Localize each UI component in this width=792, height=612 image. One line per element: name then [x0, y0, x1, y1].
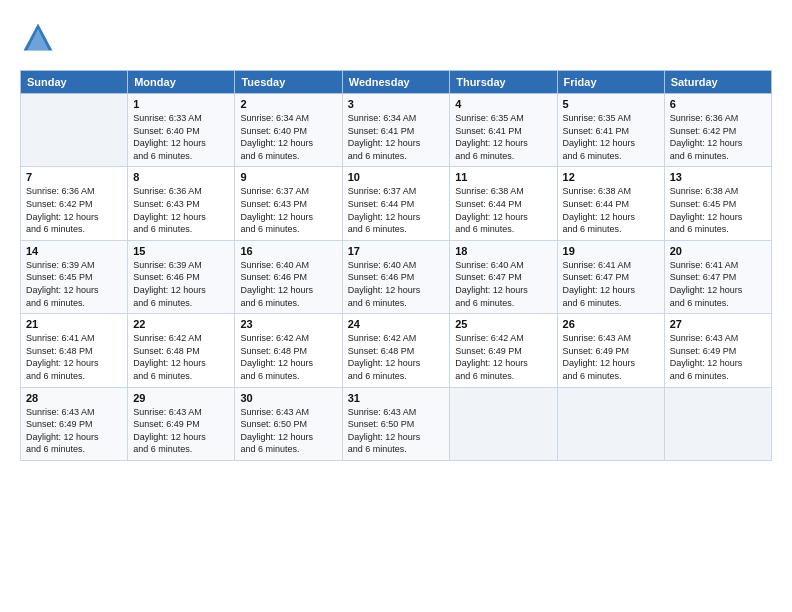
calendar-cell: 9Sunrise: 6:37 AM Sunset: 6:43 PM Daylig…: [235, 167, 342, 240]
calendar-cell: 16Sunrise: 6:40 AM Sunset: 6:46 PM Dayli…: [235, 240, 342, 313]
day-number: 17: [348, 245, 445, 257]
day-info: Sunrise: 6:43 AM Sunset: 6:49 PM Dayligh…: [670, 332, 766, 382]
day-info: Sunrise: 6:42 AM Sunset: 6:48 PM Dayligh…: [133, 332, 229, 382]
day-number: 14: [26, 245, 122, 257]
day-number: 21: [26, 318, 122, 330]
calendar-cell: 23Sunrise: 6:42 AM Sunset: 6:48 PM Dayli…: [235, 314, 342, 387]
day-info: Sunrise: 6:37 AM Sunset: 6:43 PM Dayligh…: [240, 185, 336, 235]
day-info: Sunrise: 6:35 AM Sunset: 6:41 PM Dayligh…: [455, 112, 551, 162]
calendar-week-row: 28Sunrise: 6:43 AM Sunset: 6:49 PM Dayli…: [21, 387, 772, 460]
calendar-cell: [664, 387, 771, 460]
calendar-header-row: SundayMondayTuesdayWednesdayThursdayFrid…: [21, 71, 772, 94]
day-number: 11: [455, 171, 551, 183]
day-number: 26: [563, 318, 659, 330]
day-info: Sunrise: 6:33 AM Sunset: 6:40 PM Dayligh…: [133, 112, 229, 162]
calendar-week-row: 1Sunrise: 6:33 AM Sunset: 6:40 PM Daylig…: [21, 94, 772, 167]
day-number: 7: [26, 171, 122, 183]
calendar-cell: 5Sunrise: 6:35 AM Sunset: 6:41 PM Daylig…: [557, 94, 664, 167]
calendar-cell: 7Sunrise: 6:36 AM Sunset: 6:42 PM Daylig…: [21, 167, 128, 240]
calendar-cell: 20Sunrise: 6:41 AM Sunset: 6:47 PM Dayli…: [664, 240, 771, 313]
day-number: 5: [563, 98, 659, 110]
day-info: Sunrise: 6:41 AM Sunset: 6:48 PM Dayligh…: [26, 332, 122, 382]
calendar-cell: 19Sunrise: 6:41 AM Sunset: 6:47 PM Dayli…: [557, 240, 664, 313]
calendar-cell: 11Sunrise: 6:38 AM Sunset: 6:44 PM Dayli…: [450, 167, 557, 240]
day-number: 22: [133, 318, 229, 330]
column-header-friday: Friday: [557, 71, 664, 94]
day-number: 24: [348, 318, 445, 330]
calendar-cell: 30Sunrise: 6:43 AM Sunset: 6:50 PM Dayli…: [235, 387, 342, 460]
header: [20, 20, 772, 56]
day-info: Sunrise: 6:40 AM Sunset: 6:46 PM Dayligh…: [240, 259, 336, 309]
column-header-sunday: Sunday: [21, 71, 128, 94]
calendar-cell: 1Sunrise: 6:33 AM Sunset: 6:40 PM Daylig…: [128, 94, 235, 167]
day-number: 8: [133, 171, 229, 183]
day-info: Sunrise: 6:38 AM Sunset: 6:45 PM Dayligh…: [670, 185, 766, 235]
day-number: 30: [240, 392, 336, 404]
day-number: 16: [240, 245, 336, 257]
day-info: Sunrise: 6:34 AM Sunset: 6:41 PM Dayligh…: [348, 112, 445, 162]
day-info: Sunrise: 6:37 AM Sunset: 6:44 PM Dayligh…: [348, 185, 445, 235]
calendar-cell: 25Sunrise: 6:42 AM Sunset: 6:49 PM Dayli…: [450, 314, 557, 387]
day-number: 25: [455, 318, 551, 330]
calendar-cell: 10Sunrise: 6:37 AM Sunset: 6:44 PM Dayli…: [342, 167, 450, 240]
day-info: Sunrise: 6:39 AM Sunset: 6:46 PM Dayligh…: [133, 259, 229, 309]
day-info: Sunrise: 6:38 AM Sunset: 6:44 PM Dayligh…: [563, 185, 659, 235]
day-number: 23: [240, 318, 336, 330]
day-info: Sunrise: 6:41 AM Sunset: 6:47 PM Dayligh…: [670, 259, 766, 309]
day-number: 13: [670, 171, 766, 183]
day-info: Sunrise: 6:41 AM Sunset: 6:47 PM Dayligh…: [563, 259, 659, 309]
day-info: Sunrise: 6:38 AM Sunset: 6:44 PM Dayligh…: [455, 185, 551, 235]
day-info: Sunrise: 6:43 AM Sunset: 6:50 PM Dayligh…: [348, 406, 445, 456]
logo: [20, 20, 60, 56]
calendar-cell: [557, 387, 664, 460]
day-number: 31: [348, 392, 445, 404]
day-number: 2: [240, 98, 336, 110]
day-info: Sunrise: 6:42 AM Sunset: 6:49 PM Dayligh…: [455, 332, 551, 382]
calendar-cell: 15Sunrise: 6:39 AM Sunset: 6:46 PM Dayli…: [128, 240, 235, 313]
calendar-cell: 26Sunrise: 6:43 AM Sunset: 6:49 PM Dayli…: [557, 314, 664, 387]
calendar-body: 1Sunrise: 6:33 AM Sunset: 6:40 PM Daylig…: [21, 94, 772, 461]
calendar-table: SundayMondayTuesdayWednesdayThursdayFrid…: [20, 70, 772, 461]
calendar-cell: 2Sunrise: 6:34 AM Sunset: 6:40 PM Daylig…: [235, 94, 342, 167]
day-info: Sunrise: 6:43 AM Sunset: 6:49 PM Dayligh…: [26, 406, 122, 456]
calendar-cell: 8Sunrise: 6:36 AM Sunset: 6:43 PM Daylig…: [128, 167, 235, 240]
day-info: Sunrise: 6:36 AM Sunset: 6:42 PM Dayligh…: [26, 185, 122, 235]
day-number: 28: [26, 392, 122, 404]
day-number: 10: [348, 171, 445, 183]
calendar-cell: 22Sunrise: 6:42 AM Sunset: 6:48 PM Dayli…: [128, 314, 235, 387]
day-number: 18: [455, 245, 551, 257]
day-number: 9: [240, 171, 336, 183]
day-info: Sunrise: 6:36 AM Sunset: 6:42 PM Dayligh…: [670, 112, 766, 162]
day-info: Sunrise: 6:40 AM Sunset: 6:46 PM Dayligh…: [348, 259, 445, 309]
day-number: 1: [133, 98, 229, 110]
calendar-week-row: 14Sunrise: 6:39 AM Sunset: 6:45 PM Dayli…: [21, 240, 772, 313]
day-info: Sunrise: 6:36 AM Sunset: 6:43 PM Dayligh…: [133, 185, 229, 235]
day-info: Sunrise: 6:34 AM Sunset: 6:40 PM Dayligh…: [240, 112, 336, 162]
day-info: Sunrise: 6:43 AM Sunset: 6:49 PM Dayligh…: [133, 406, 229, 456]
calendar-cell: 6Sunrise: 6:36 AM Sunset: 6:42 PM Daylig…: [664, 94, 771, 167]
calendar-cell: 14Sunrise: 6:39 AM Sunset: 6:45 PM Dayli…: [21, 240, 128, 313]
calendar-cell: 17Sunrise: 6:40 AM Sunset: 6:46 PM Dayli…: [342, 240, 450, 313]
calendar-week-row: 21Sunrise: 6:41 AM Sunset: 6:48 PM Dayli…: [21, 314, 772, 387]
day-info: Sunrise: 6:42 AM Sunset: 6:48 PM Dayligh…: [348, 332, 445, 382]
day-number: 29: [133, 392, 229, 404]
calendar-cell: 12Sunrise: 6:38 AM Sunset: 6:44 PM Dayli…: [557, 167, 664, 240]
calendar-cell: 29Sunrise: 6:43 AM Sunset: 6:49 PM Dayli…: [128, 387, 235, 460]
column-header-saturday: Saturday: [664, 71, 771, 94]
day-number: 27: [670, 318, 766, 330]
day-info: Sunrise: 6:43 AM Sunset: 6:49 PM Dayligh…: [563, 332, 659, 382]
calendar-cell: 24Sunrise: 6:42 AM Sunset: 6:48 PM Dayli…: [342, 314, 450, 387]
calendar-cell: 13Sunrise: 6:38 AM Sunset: 6:45 PM Dayli…: [664, 167, 771, 240]
day-number: 12: [563, 171, 659, 183]
calendar-cell: 21Sunrise: 6:41 AM Sunset: 6:48 PM Dayli…: [21, 314, 128, 387]
calendar-cell: 3Sunrise: 6:34 AM Sunset: 6:41 PM Daylig…: [342, 94, 450, 167]
day-info: Sunrise: 6:35 AM Sunset: 6:41 PM Dayligh…: [563, 112, 659, 162]
day-info: Sunrise: 6:42 AM Sunset: 6:48 PM Dayligh…: [240, 332, 336, 382]
calendar-cell: 28Sunrise: 6:43 AM Sunset: 6:49 PM Dayli…: [21, 387, 128, 460]
day-info: Sunrise: 6:43 AM Sunset: 6:50 PM Dayligh…: [240, 406, 336, 456]
logo-icon: [20, 20, 56, 56]
calendar-week-row: 7Sunrise: 6:36 AM Sunset: 6:42 PM Daylig…: [21, 167, 772, 240]
calendar-cell: 27Sunrise: 6:43 AM Sunset: 6:49 PM Dayli…: [664, 314, 771, 387]
column-header-thursday: Thursday: [450, 71, 557, 94]
day-number: 20: [670, 245, 766, 257]
